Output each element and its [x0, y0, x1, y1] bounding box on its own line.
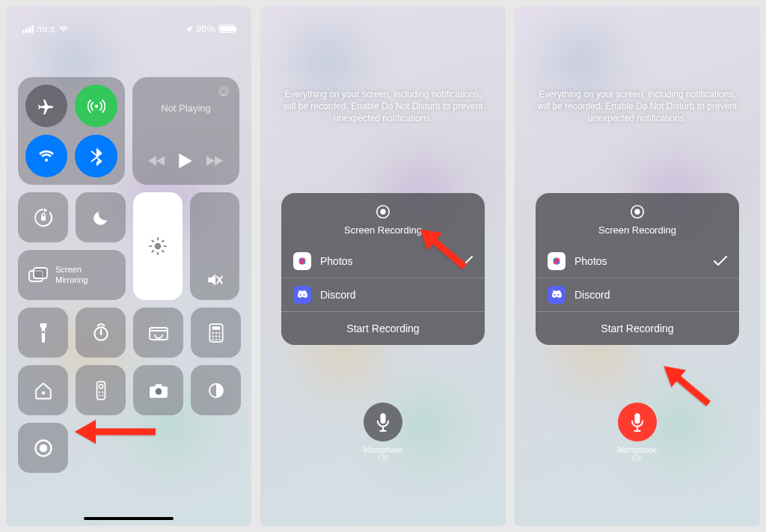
svg-point-48	[380, 209, 385, 214]
remote-button[interactable]	[76, 365, 126, 415]
recording-hint: Everything on your screen, including not…	[278, 88, 488, 125]
svg-rect-3	[41, 216, 46, 221]
calculator-button[interactable]	[191, 308, 241, 358]
svg-line-20	[97, 324, 99, 325]
svg-point-62	[634, 209, 640, 214]
svg-rect-5	[34, 268, 47, 278]
svg-rect-25	[212, 326, 220, 329]
connectivity-group[interactable]	[18, 77, 125, 185]
do-not-disturb-button[interactable]	[76, 192, 126, 242]
svg-line-11	[152, 240, 153, 242]
svg-point-38	[98, 391, 99, 393]
svg-point-6	[155, 243, 162, 250]
app-row-discord[interactable]: Discord	[281, 278, 485, 311]
svg-point-26	[212, 331, 213, 333]
check-icon	[714, 256, 727, 266]
volume-mute-icon	[205, 270, 224, 290]
halfmoon-icon	[207, 382, 225, 400]
timer-button[interactable]	[76, 308, 126, 358]
clock-icon	[91, 323, 111, 343]
forward-icon[interactable]	[206, 156, 223, 166]
panel-record-sheet-mic-on: Everything on your screen, including not…	[515, 6, 760, 526]
discord-app-icon	[293, 286, 311, 304]
screen-mirroring-button[interactable]: ScreenMirroring	[18, 250, 126, 300]
svg-point-41	[102, 394, 103, 396]
rewind-icon[interactable]	[148, 156, 165, 166]
svg-line-13	[152, 251, 153, 252]
sheet-title: Screen Recording	[536, 224, 739, 236]
media-group[interactable]: Not Playing	[132, 77, 239, 185]
svg-point-72	[557, 294, 559, 296]
photos-app-icon	[293, 252, 311, 270]
app-name: Discord	[574, 289, 610, 301]
mirror-label2: Mirroring	[55, 275, 88, 285]
svg-point-29	[212, 335, 213, 337]
svg-point-32	[212, 338, 213, 340]
svg-point-31	[218, 335, 220, 337]
airplane-button[interactable]	[25, 85, 67, 127]
home-icon	[34, 381, 53, 400]
airplay-icon[interactable]	[217, 85, 230, 98]
panel-control-center: mt:s 96%	[6, 6, 251, 526]
airplane-icon	[37, 97, 55, 115]
orientation-lock-icon	[34, 208, 53, 227]
status-bar: mt:s 96%	[6, 6, 251, 36]
svg-point-27	[215, 331, 216, 333]
media-title: Not Playing	[141, 103, 230, 114]
mirroring-icon	[28, 267, 48, 284]
svg-point-71	[554, 294, 555, 296]
app-row-photos[interactable]: Photos	[536, 245, 739, 278]
recording-sheet: Screen Recording Photos Discord Start Re…	[536, 193, 739, 345]
sheet-title: Screen Recording	[281, 224, 485, 236]
microphone-toggle[interactable]	[364, 403, 402, 441]
home-button[interactable]	[18, 365, 68, 415]
app-name: Photos	[320, 255, 353, 267]
brightness-icon	[148, 236, 168, 256]
volume-slider[interactable]	[190, 192, 239, 300]
svg-point-42	[155, 388, 162, 394]
start-recording-button[interactable]: Start Recording	[281, 311, 485, 345]
svg-point-2	[221, 88, 226, 94]
app-name: Discord	[320, 289, 355, 301]
start-recording-button[interactable]: Start Recording	[536, 311, 739, 345]
flashlight-icon	[38, 323, 49, 343]
bluetooth-button[interactable]	[75, 135, 117, 177]
svg-point-34	[218, 338, 220, 340]
record-icon	[33, 438, 54, 459]
svg-point-39	[102, 391, 103, 393]
mic-label: Microphone	[260, 446, 506, 454]
annotation-arrow	[75, 418, 157, 445]
wallet-button[interactable]	[133, 308, 183, 358]
svg-point-58	[303, 294, 304, 296]
carrier-label: mt:s	[37, 23, 55, 34]
home-indicator	[84, 517, 174, 520]
wifi-large-icon	[37, 147, 55, 165]
wifi-button[interactable]	[25, 135, 67, 177]
flashlight-button[interactable]	[18, 308, 68, 358]
svg-point-35	[41, 391, 44, 394]
svg-point-33	[215, 338, 216, 340]
mic-state: Off	[260, 454, 506, 462]
microphone-icon	[630, 412, 645, 432]
microphone-toggle[interactable]	[618, 403, 657, 441]
orientation-lock-button[interactable]	[18, 192, 68, 242]
mic-state: On	[515, 454, 760, 462]
svg-point-30	[215, 335, 216, 337]
wallet-icon	[149, 325, 168, 340]
dark-mode-button[interactable]	[191, 365, 241, 415]
record-icon	[375, 204, 391, 220]
svg-point-40	[98, 394, 99, 396]
camera-button[interactable]	[133, 365, 183, 415]
app-row-discord[interactable]: Discord	[536, 278, 739, 311]
screen-record-button[interactable]	[18, 423, 68, 473]
recording-hint: Everything on your screen, including not…	[533, 88, 742, 125]
brightness-slider[interactable]	[133, 192, 183, 300]
photos-app-icon	[548, 252, 566, 270]
svg-point-0	[95, 104, 98, 107]
remote-icon	[96, 381, 106, 400]
svg-rect-74	[634, 413, 640, 424]
play-icon[interactable]	[179, 153, 192, 168]
location-icon	[186, 25, 193, 33]
cellular-button[interactable]	[75, 85, 117, 127]
wifi-icon	[58, 25, 69, 33]
